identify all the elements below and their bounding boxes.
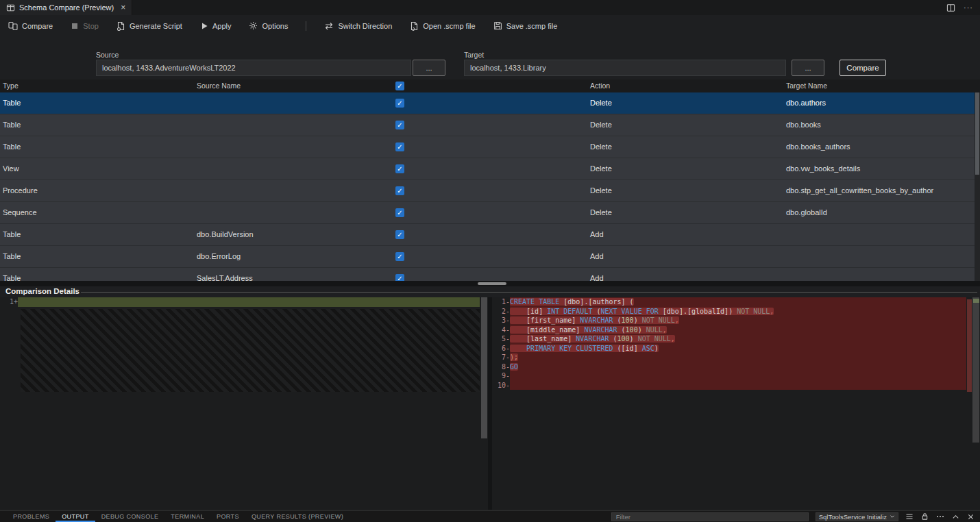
line-number: 8- (492, 362, 510, 372)
source-browse-button[interactable]: ... (413, 60, 445, 76)
row-type: Table (3, 230, 21, 238)
diff-pane-target[interactable]: 1-CREATE TABLE [dbo].[authors] (2- [id] … (492, 297, 980, 510)
grid-scrollbar-thumb[interactable] (975, 92, 979, 175)
clear-output-icon[interactable] (905, 512, 914, 521)
target-scrollbar-thumb[interactable] (972, 297, 979, 443)
line-number: 1+ (0, 297, 18, 307)
row-type: Table (3, 252, 21, 260)
table-row[interactable]: Tabledbo.ErrorLogAdd✓ (0, 246, 975, 268)
apply-icon (200, 22, 208, 30)
target-input[interactable] (464, 60, 786, 76)
table-row[interactable]: TableSalesLT.AddressAdd✓ (0, 268, 975, 281)
column-header-type[interactable]: Type (3, 82, 19, 90)
line-content (510, 381, 966, 390)
include-checkbox[interactable]: ✓ (395, 142, 404, 151)
panel-right-controls: SqlToolsService Initializ (611, 511, 980, 522)
output-filter-input[interactable] (611, 512, 809, 521)
source-input[interactable] (96, 60, 411, 76)
compare-button[interactable]: Compare (840, 60, 886, 76)
panel-tab-debug-console[interactable]: DEBUG CONSOLE (95, 511, 165, 522)
include-checkbox[interactable]: ✓ (395, 230, 404, 239)
row-target-name: dbo.authors (786, 99, 826, 107)
column-header-action[interactable]: Action (590, 82, 610, 90)
split-editor-icon[interactable] (946, 3, 955, 12)
table-row[interactable]: TableDeletedbo.authors✓ (0, 92, 975, 114)
connection-bar: Source ... Target ... Compare (0, 36, 980, 79)
panel-tab-ports[interactable]: PORTS (210, 511, 245, 522)
splitter-grip[interactable] (478, 282, 506, 285)
editor-more-actions-icon[interactable]: ··· (964, 3, 973, 12)
panel-tabs: PROBLEMSOUTPUTDEBUG CONSOLETERMINALPORTS… (0, 511, 350, 522)
tabbar-actions: ··· (946, 0, 980, 15)
line-content: [first_name] NVARCHAR (100) NOT NULL, (510, 316, 966, 325)
code-line: 4- [middle_name] NVARCHAR (100) NULL, (492, 325, 980, 335)
include-checkbox[interactable]: ✓ (395, 186, 404, 195)
row-action: Delete (590, 121, 612, 129)
target-browse-button[interactable]: ... (792, 60, 824, 76)
panel-tab-output[interactable]: OUTPUT (56, 511, 95, 522)
panel-tab-problems[interactable]: PROBLEMS (7, 511, 56, 522)
table-row[interactable]: ViewDeletedbo.vw_books_details✓ (0, 158, 975, 180)
row-source-name: dbo.ErrorLog (197, 252, 241, 260)
panel-tab-terminal[interactable]: TERMINAL (164, 511, 210, 522)
row-target-name: dbo.vw_books_details (786, 164, 860, 173)
lock-scroll-icon[interactable] (921, 512, 929, 521)
table-row[interactable]: Tabledbo.BuildVersionAdd✓ (0, 224, 975, 246)
code-line: 2- [id] INT DEFAULT (NEXT VALUE FOR [dbo… (492, 307, 980, 316)
line-content (510, 371, 966, 381)
options-button[interactable]: Options (249, 21, 288, 30)
line-number: 6- (492, 344, 510, 353)
save-scmp-button[interactable]: Save .scmp file (493, 21, 558, 30)
save-icon (493, 21, 502, 30)
table-row[interactable]: SequenceDeletedbo.globalId✓ (0, 202, 975, 224)
source-label: Source (96, 51, 119, 59)
maximize-panel-icon[interactable] (952, 513, 959, 521)
include-checkbox[interactable]: ✓ (395, 208, 404, 217)
grid-vertical-scrollbar[interactable] (975, 92, 980, 281)
compare-icon (8, 21, 18, 31)
include-checkbox[interactable]: ✓ (395, 99, 404, 108)
include-checkbox[interactable]: ✓ (395, 274, 404, 281)
line-content: [id] INT DEFAULT (NEXT VALUE FOR [dbo].[… (510, 307, 966, 316)
include-checkbox[interactable]: ✓ (395, 252, 404, 261)
close-panel-icon[interactable] (967, 513, 975, 521)
line-number: 10- (492, 381, 510, 390)
tab-close-icon[interactable]: × (121, 3, 125, 12)
source-scrollbar-thumb[interactable] (481, 297, 487, 438)
editor-tab-bar: Schema Compare (Preview) × ··· (0, 0, 980, 15)
column-header-source-name[interactable]: Source Name (197, 82, 241, 90)
apply-button[interactable]: Apply (200, 22, 232, 30)
row-type: Sequence (3, 208, 37, 216)
generate-script-button[interactable]: Generate Script (117, 21, 182, 31)
open-file-icon (410, 21, 419, 31)
diff-pane-source[interactable]: 1+ (0, 297, 488, 510)
table-row[interactable]: TableDeletedbo.books✓ (0, 114, 975, 136)
save-scmp-label: Save .scmp file (506, 22, 558, 30)
row-type: Table (3, 142, 21, 151)
compare-button[interactable]: Compare (8, 21, 53, 31)
output-channel-dropdown[interactable]: SqlToolsService Initializ (816, 512, 898, 521)
include-checkbox[interactable]: ✓ (395, 164, 404, 173)
apply-label: Apply (212, 22, 232, 30)
include-checkbox[interactable]: ✓ (395, 121, 404, 129)
row-action: Delete (590, 186, 612, 195)
target-pane-scrollbar[interactable] (972, 297, 980, 510)
tab-schema-compare[interactable]: Schema Compare (Preview) × (0, 0, 132, 15)
table-row[interactable]: TableDeletedbo.books_authors✓ (0, 136, 975, 158)
panel-tab-query-results-preview[interactable]: QUERY RESULTS (PREVIEW) (245, 511, 350, 522)
source-pane-scrollbar[interactable] (480, 297, 488, 510)
horizontal-splitter[interactable] (0, 281, 980, 286)
stop-icon (71, 22, 79, 30)
switch-direction-button[interactable]: Switch Direction (324, 22, 392, 30)
target-code-lines: 1-CREATE TABLE [dbo].[authors] (2- [id] … (492, 297, 980, 390)
row-action: Delete (590, 164, 612, 173)
more-actions-icon[interactable] (936, 512, 944, 521)
open-scmp-button[interactable]: Open .scmp file (410, 21, 475, 31)
code-line: 5- [last_name] NVARCHAR (100) NOT NULL, (492, 334, 980, 344)
header-checkbox[interactable]: ✓ (395, 82, 404, 90)
table-row[interactable]: ProcedureDeletedbo.stp_get_all_cowritten… (0, 180, 975, 202)
toolbar-separator (306, 21, 306, 31)
row-action: Delete (590, 142, 612, 151)
overview-ruler-delete-marks (967, 299, 972, 392)
column-header-target-name[interactable]: Target Name (786, 82, 827, 90)
